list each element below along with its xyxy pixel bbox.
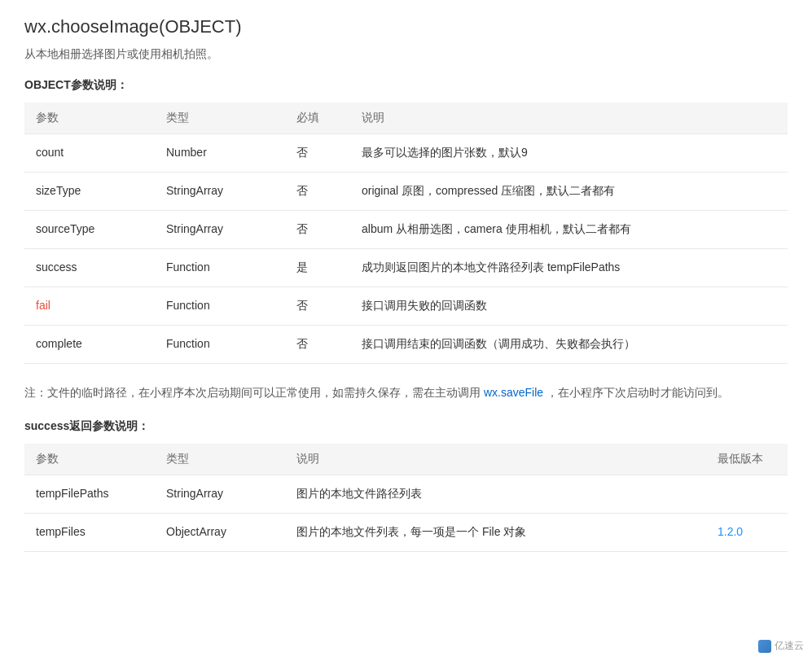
table-row: fail Function 否 接口调用失败的回调函数 — [24, 287, 788, 326]
col-header-3: 说明 — [350, 103, 788, 134]
param-type: Function — [155, 287, 285, 326]
param-desc: 图片的本地文件列表，每一项是一个 File 对象 — [285, 513, 706, 551]
param-required: 是 — [285, 249, 350, 287]
param-name: complete — [24, 326, 155, 364]
table-row: tempFilePaths StringArray 图片的本地文件路径列表 — [24, 475, 788, 513]
table-row: tempFiles ObjectArray 图片的本地文件列表，每一项是一个 F… — [24, 513, 788, 551]
success-col-header-0: 参数 — [24, 444, 155, 475]
param-desc: original 原图，compressed 压缩图，默认二者都有 — [350, 173, 788, 211]
object-params-table: 参数类型必填说明 count Number 否 最多可以选择的图片张数，默认9 … — [24, 103, 788, 364]
table-row: sizeType StringArray 否 original 原图，compr… — [24, 173, 788, 211]
wx-savefile-link[interactable]: wx.saveFile — [484, 386, 543, 399]
param-type: StringArray — [155, 173, 285, 211]
param-type: Number — [155, 134, 285, 173]
success-col-header-2: 说明 — [285, 444, 706, 475]
table-row: count Number 否 最多可以选择的图片张数，默认9 — [24, 134, 788, 173]
note-section: 注：文件的临时路径，在小程序本次启动期间可以正常使用，如需持久保存，需在主动调用… — [24, 383, 788, 403]
param-name: tempFilePaths — [24, 475, 155, 513]
col-header-2: 必填 — [285, 103, 350, 134]
param-name: sourceType — [24, 211, 155, 249]
table-row: success Function 是 成功则返回图片的本地文件路径列表 temp… — [24, 249, 788, 287]
param-required: 否 — [285, 173, 350, 211]
param-version — [706, 475, 788, 513]
success-params-title: success返回参数说明： — [24, 419, 788, 434]
param-type: StringArray — [155, 211, 285, 249]
param-name: tempFiles — [24, 513, 155, 551]
param-required: 否 — [285, 211, 350, 249]
page-description: 从本地相册选择图片或使用相机拍照。 — [24, 47, 788, 62]
param-name: count — [24, 134, 155, 173]
param-desc: album 从相册选图，camera 使用相机，默认二者都有 — [350, 211, 788, 249]
param-name: success — [24, 249, 155, 287]
col-header-0: 参数 — [24, 103, 155, 134]
page-title: wx.chooseImage(OBJECT) — [24, 16, 788, 37]
param-version: 1.2.0 — [706, 513, 788, 551]
table-row: complete Function 否 接口调用结束的回调函数（调用成功、失败都… — [24, 326, 788, 364]
note-text2: ，在小程序下次启动时才能访问到。 — [546, 386, 729, 399]
param-type: Function — [155, 249, 285, 287]
object-params-title: OBJECT参数说明： — [24, 78, 788, 93]
param-desc: 成功则返回图片的本地文件路径列表 tempFilePaths — [350, 249, 788, 287]
success-col-header-1: 类型 — [155, 444, 285, 475]
param-type: StringArray — [155, 475, 285, 513]
col-header-1: 类型 — [155, 103, 285, 134]
param-name: fail — [24, 287, 155, 326]
param-desc: 最多可以选择的图片张数，默认9 — [350, 134, 788, 173]
table-row: sourceType StringArray 否 album 从相册选图，cam… — [24, 211, 788, 249]
param-required: 否 — [285, 287, 350, 326]
param-desc: 接口调用失败的回调函数 — [350, 287, 788, 326]
param-required: 否 — [285, 134, 350, 173]
param-name: sizeType — [24, 173, 155, 211]
note-text: 注：文件的临时路径，在小程序本次启动期间可以正常使用，如需持久保存，需在主动调用 — [24, 386, 481, 399]
success-col-header-3: 最低版本 — [706, 444, 788, 475]
param-desc: 接口调用结束的回调函数（调用成功、失败都会执行） — [350, 326, 788, 364]
param-type: Function — [155, 326, 285, 364]
param-desc: 图片的本地文件路径列表 — [285, 475, 706, 513]
success-params-table: 参数类型说明最低版本 tempFilePaths StringArray 图片的… — [24, 444, 788, 552]
param-type: ObjectArray — [155, 513, 285, 551]
param-required: 否 — [285, 326, 350, 364]
